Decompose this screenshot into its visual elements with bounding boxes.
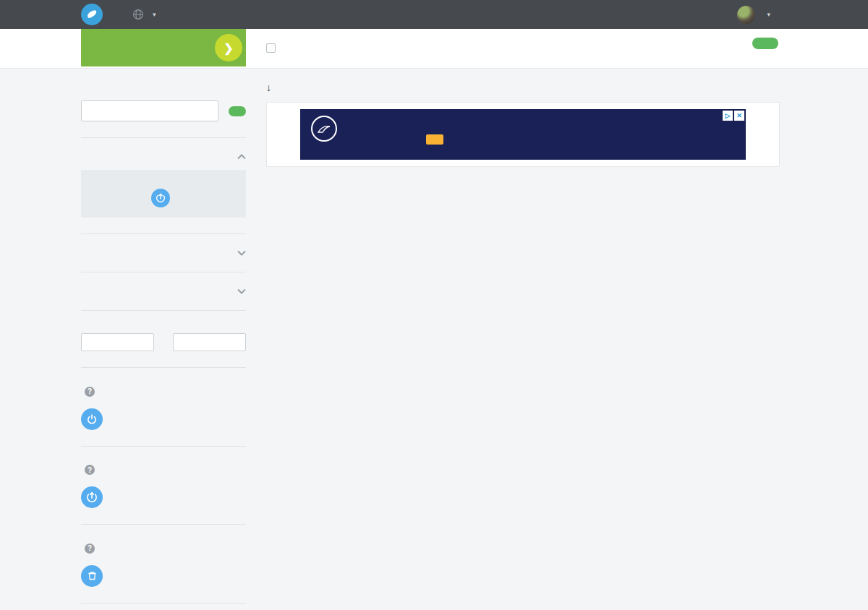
top-toolbar: ❯ <box>0 29 868 69</box>
premium-promo-banner[interactable]: ❯ <box>81 29 246 66</box>
chevron-down-icon <box>237 288 246 294</box>
chevron-right-icon: ❯ <box>224 41 233 55</box>
power-icon <box>81 408 103 430</box>
full-delete-action[interactable] <box>81 565 246 587</box>
divider <box>81 603 246 603</box>
divider <box>81 524 246 525</box>
divider <box>81 233 246 234</box>
tweet-archive-section: ? <box>81 463 246 509</box>
lufthansa-ad-banner[interactable]: ▷ ✕ <box>300 109 746 160</box>
tweetdeleter-logo[interactable] <box>81 4 108 25</box>
archive-upload-action[interactable] <box>81 486 246 508</box>
chevron-up-icon <box>237 154 246 160</box>
tweetdeleter-bird-icon <box>81 4 103 25</box>
help-icon[interactable]: ? <box>85 387 95 397</box>
keywords-search-input[interactable] <box>81 100 218 121</box>
ad-close-icon[interactable]: ✕ <box>734 111 744 121</box>
select-all-checkbox[interactable] <box>266 43 276 53</box>
globe-icon <box>132 9 144 20</box>
rude-words-panel <box>81 170 246 218</box>
upload-icon <box>81 486 103 508</box>
chevron-down-icon: ▾ <box>767 11 770 18</box>
chevron-down-icon: ▾ <box>153 11 156 18</box>
tweet-list: ↓ ▷ ✕ <box>266 69 780 175</box>
upload-icon <box>151 189 170 207</box>
filters-sidebar: ? ? ? <box>81 69 246 610</box>
chevron-down-icon <box>237 250 246 256</box>
date-from-input[interactable] <box>81 333 154 351</box>
divider <box>81 310 246 311</box>
lufthansa-crane-icon <box>311 116 337 142</box>
divider <box>81 272 246 272</box>
rude-upload-action[interactable] <box>87 189 240 207</box>
full-delete-section: ? <box>81 541 246 587</box>
adchoices-icon[interactable]: ▷ <box>723 111 733 121</box>
help-icon[interactable]: ? <box>85 465 95 475</box>
divider <box>81 446 246 447</box>
help-icon[interactable]: ? <box>85 544 95 554</box>
language-selector[interactable]: ▾ <box>132 9 156 20</box>
auto-delete-action[interactable] <box>81 408 246 430</box>
top-navbar: ▾ ▾ <box>0 0 868 29</box>
auto-delete-section: ? <box>81 384 246 430</box>
keywords-go-button[interactable] <box>229 106 246 116</box>
user-menu[interactable]: ▾ <box>737 6 770 24</box>
divider <box>81 137 246 138</box>
date-to-input[interactable] <box>173 333 246 351</box>
ad-card: ▷ ✕ <box>266 102 780 167</box>
delete-tweets-button[interactable] <box>752 38 778 49</box>
rude-words-section-toggle[interactable] <box>81 154 246 160</box>
tipo-section-toggle[interactable] <box>81 250 246 256</box>
ad-cta-button[interactable] <box>426 134 443 145</box>
down-arrow-icon: ↓ <box>266 82 271 93</box>
media-section-toggle[interactable] <box>81 288 246 294</box>
divider <box>81 367 246 368</box>
trash-icon <box>81 565 103 587</box>
user-avatar <box>737 6 755 24</box>
promo-arrow-button[interactable]: ❯ <box>215 34 242 61</box>
